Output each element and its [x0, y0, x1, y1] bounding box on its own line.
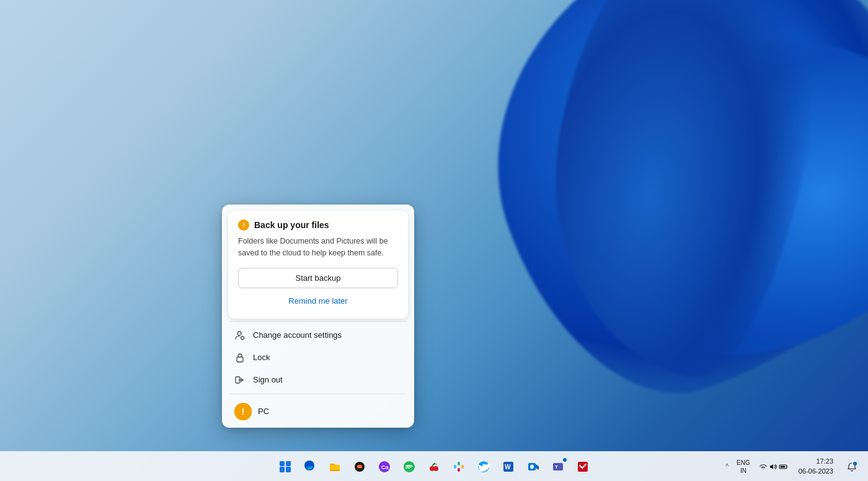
warning-icon: ! — [238, 219, 249, 231]
taskbar-twitter-icon[interactable] — [472, 456, 495, 478]
svg-rect-12 — [461, 465, 464, 469]
backup-title-text: Back up your files — [254, 220, 329, 230]
taskbar-spotify-icon[interactable] — [398, 456, 420, 478]
menu-item-sign-out[interactable]: Sign out — [224, 369, 412, 391]
lock-icon — [234, 352, 246, 363]
taskbar-app3-icon[interactable] — [348, 456, 371, 478]
username-label: PC — [258, 407, 269, 416]
menu-item-lock[interactable]: Lock — [224, 346, 412, 369]
svg-rect-23 — [780, 466, 785, 467]
taskbar-center-icons: Ca — [274, 456, 594, 478]
remind-later-button[interactable]: Remind me later — [238, 292, 398, 310]
user-context-menu: ! Back up your files Folders like Docume… — [222, 205, 414, 428]
user-account-section[interactable]: ! PC — [224, 397, 412, 423]
start-backup-button[interactable]: Start backup — [238, 268, 398, 288]
tray-quick-settings[interactable] — [756, 461, 791, 472]
notification-center-button[interactable] — [841, 456, 863, 478]
speaker-icon — [769, 462, 777, 471]
menu-divider-2 — [229, 394, 407, 394]
start-button[interactable] — [274, 456, 296, 478]
desktop: ! Back up your files Folders like Docume… — [0, 0, 868, 481]
notification-dot — [563, 458, 567, 462]
tray-overflow-button[interactable]: ^ — [724, 462, 730, 471]
taskbar-word-icon[interactable]: W — [497, 456, 520, 478]
svg-rect-13 — [458, 468, 460, 472]
time-display: 17:23 — [816, 457, 833, 466]
wallpaper-bloom — [372, 0, 868, 481]
notification-icon — [847, 462, 857, 472]
svg-rect-10 — [454, 465, 456, 469]
taskbar-canva-icon[interactable]: Ca — [373, 456, 396, 478]
svg-point-18 — [530, 464, 534, 469]
change-account-settings-label: Change account settings — [253, 330, 342, 340]
battery-icon — [779, 462, 789, 471]
taskbar-slack-icon[interactable] — [448, 456, 470, 478]
taskbar-teams-icon-wrapper[interactable]: T — [547, 456, 569, 478]
clock-display[interactable]: 17:23 06-06-2023 — [795, 456, 837, 477]
menu-divider-1 — [229, 321, 407, 322]
backup-card-title-row: ! Back up your files — [238, 219, 398, 231]
svg-text:Ca: Ca — [381, 464, 389, 470]
backup-description: Folders like Documents and Pictures will… — [238, 236, 398, 259]
svg-rect-2 — [237, 357, 243, 362]
taskbar-edge-icon[interactable] — [299, 456, 321, 478]
avatar-warning-icon: ! — [234, 403, 252, 420]
windows-logo-icon — [280, 461, 291, 472]
lock-label: Lock — [253, 353, 270, 362]
backup-notification-card: ! Back up your files Folders like Docume… — [228, 211, 408, 319]
language-indicator[interactable]: ENG IN — [734, 457, 753, 476]
svg-rect-11 — [458, 462, 460, 466]
svg-point-0 — [237, 332, 241, 335]
menu-item-change-account-settings[interactable]: Change account settings — [224, 324, 412, 346]
svg-text:T: T — [555, 464, 558, 470]
taskbar-file-explorer-icon[interactable] — [324, 456, 346, 478]
wifi-icon — [759, 462, 768, 471]
sign-out-label: Sign out — [253, 375, 283, 384]
lang-top: ENG — [737, 459, 750, 467]
taskbar-snipping-tool-icon[interactable] — [572, 456, 594, 478]
taskbar-cherry-icon[interactable] — [423, 456, 445, 478]
svg-text:W: W — [505, 464, 511, 470]
person-settings-icon — [234, 330, 246, 341]
taskbar-outlook-icon[interactable] — [522, 456, 544, 478]
lang-bottom: IN — [740, 467, 746, 475]
avatar: ! — [234, 403, 252, 420]
signout-icon — [234, 374, 246, 386]
svg-point-9 — [433, 466, 438, 471]
date-display: 06-06-2023 — [799, 467, 833, 476]
system-tray: ^ ENG IN — [724, 456, 863, 478]
svg-point-24 — [853, 462, 857, 466]
taskbar: Ca — [0, 451, 868, 481]
